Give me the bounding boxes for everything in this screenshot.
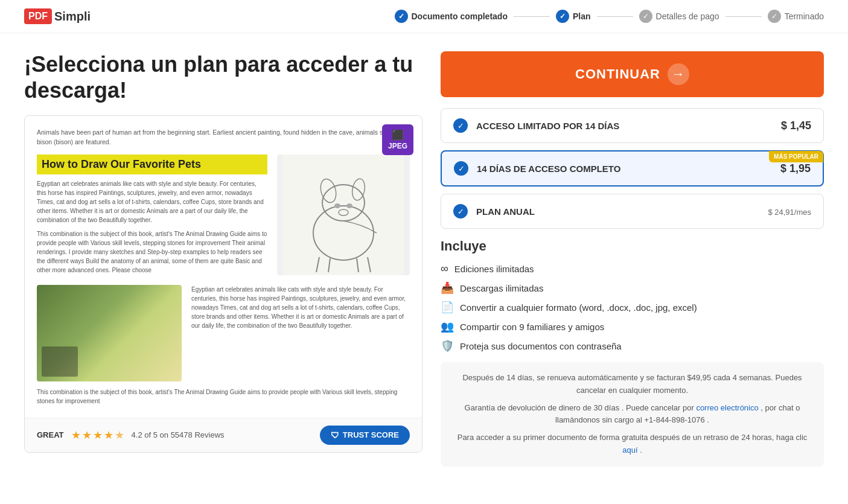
plan-annual-price: $ 24,91/mes	[768, 205, 811, 218]
logo-simpli: Simpli	[54, 10, 91, 24]
feature-5-text: Proteja sus documentos con contraseña	[460, 341, 622, 351]
doc-body-text-3: Egyptian art celebrates animals like cat…	[191, 285, 410, 381]
logo: PDF Simpli	[24, 8, 91, 24]
step-check-icon-2: ✓	[556, 10, 569, 23]
footer-guarantee-text: Garantía de devolución de dinero de 30 d…	[465, 403, 694, 412]
trust-score-label: TRUST SCORE	[343, 430, 399, 439]
review-count: 55478	[171, 430, 193, 439]
step-label-2: Plan	[573, 11, 591, 21]
rating-value: 4.2	[132, 430, 142, 439]
plan-limited-label: ACCESO LIMITADO POR 14 DÍAS	[476, 121, 619, 131]
header: PDF Simpli ✓ Documento completado ✓ Plan…	[0, 0, 848, 33]
plan-limited-left: ACCESO LIMITADO POR 14 DÍAS	[453, 118, 619, 133]
main-content: ¡Selecciona un plan para acceder a tu de…	[0, 33, 848, 485]
feature-2-text: Descargas ilimitadas	[460, 283, 543, 293]
doc-heading: How to Draw Our Favorite Pets	[37, 155, 267, 174]
download-icon: 📥	[441, 281, 454, 295]
feature-3: 📄 Convertir a cualquier formato (word, .…	[441, 301, 824, 314]
footer-note: Después de 14 días, se renueva automátic…	[441, 362, 824, 467]
step-label-3: Detalles de pago	[656, 11, 719, 21]
step-divider-3	[725, 16, 762, 17]
continue-button[interactable]: CONTINUAR →	[441, 51, 824, 97]
plan-complete-label: 14 DÍAS DE ACCESO COMPLETO	[477, 164, 620, 174]
plan-complete[interactable]: 14 DÍAS DE ACCESO COMPLETO $ 1,95 MÁS PO…	[441, 150, 824, 187]
lock-icon: 🛡️	[441, 339, 454, 352]
doc-photo	[37, 285, 182, 381]
rating-max: 5	[153, 430, 158, 439]
step-check-icon-1: ✓	[395, 10, 408, 23]
star-3: ★	[93, 429, 103, 442]
jpeg-badge: ⬛ JPEG	[382, 124, 413, 155]
plan-complete-left: 14 DÍAS DE ACCESO COMPLETO	[454, 161, 620, 176]
infinity-icon: ∞	[441, 263, 448, 275]
step-plan: ✓ Plan	[556, 10, 591, 23]
feature-4: 👥 Compartir con 9 familiares y amigos	[441, 320, 824, 333]
plan-annual-check	[453, 204, 468, 219]
plan-annual-left: PLAN ANUAL	[453, 204, 535, 219]
step-gray-icon-4: ✓	[768, 10, 781, 23]
plan-annual-price-suffix: /mes	[794, 208, 811, 217]
review-text: 4.2 of 5 on 55478 Reviews	[132, 430, 225, 439]
logo-pdf: PDF	[24, 8, 52, 24]
feature-5: 🛡️ Proteja sus documentos con contraseña	[441, 339, 824, 352]
doc-body-text-4-wrap: This combination is the subject of this …	[37, 388, 410, 406]
great-label: GREAT	[37, 430, 64, 439]
continue-label: CONTINUAR	[575, 66, 660, 82]
plan-annual[interactable]: PLAN ANUAL $ 24,91/mes	[441, 194, 824, 229]
plan-annual-label: PLAN ANUAL	[476, 206, 535, 217]
continue-arrow-icon: →	[668, 63, 689, 85]
plan-limited[interactable]: ACCESO LIMITADO POR 14 DÍAS $ 1,45	[441, 108, 824, 143]
popular-badge: MÁS POPULAR	[769, 151, 823, 162]
plan-annual-price-value: $ 24,91	[768, 208, 794, 217]
preview-section: ¡Selecciona un plan para acceder a tu de…	[24, 51, 422, 453]
feature-2: 📥 Descargas ilimitadas	[441, 281, 824, 295]
footer-access-text: Para acceder a su primer documento de fo…	[457, 433, 808, 442]
star-rating: ★ ★ ★ ★ ★	[71, 429, 124, 442]
plan-complete-check	[454, 161, 468, 176]
star-2: ★	[82, 429, 92, 442]
svg-rect-0	[283, 155, 404, 275]
plan-limited-price: $ 1,45	[781, 120, 811, 132]
shield-icon: 🛡	[331, 430, 339, 440]
footer-here-link[interactable]: aquí	[622, 445, 637, 455]
plan-complete-price: $ 1,95	[780, 162, 811, 175]
doc-body-text-2: This combination is the subject of this …	[37, 229, 267, 275]
svg-point-6	[346, 203, 352, 208]
reviews-label: Reviews	[194, 430, 224, 439]
step-label-4: Terminado	[785, 11, 824, 21]
preview-card: ⬛ JPEG Animals have been part of human a…	[24, 115, 422, 453]
right-panel: CONTINUAR → ACCESO LIMITADO POR 14 DÍAS …	[441, 51, 824, 467]
jpeg-icon: ⬛	[392, 129, 404, 141]
doc-dog-sketch	[277, 155, 410, 275]
doc-photo-detail	[42, 346, 78, 377]
step-detalles: ✓ Detalles de pago	[639, 10, 719, 23]
feature-4-text: Compartir con 9 familiares y amigos	[460, 322, 604, 332]
step-divider-1	[514, 16, 550, 17]
share-icon: 👥	[441, 320, 454, 333]
footer-line-2: Garantía de devolución de dinero de 30 d…	[453, 402, 812, 427]
step-divider-2	[597, 16, 633, 17]
footer-email-link[interactable]: correo electrónico	[696, 403, 758, 412]
star-4: ★	[104, 429, 113, 442]
star-1: ★	[71, 429, 81, 442]
star-5: ★	[115, 429, 124, 442]
page-title: ¡Selecciona un plan para acceder a tu de…	[24, 51, 422, 103]
doc-body-text-4: This combination is the subject of this …	[37, 388, 410, 406]
step-documento: ✓ Documento completado	[395, 10, 508, 23]
step-terminado: ✓ Terminado	[768, 10, 824, 23]
steps-nav: ✓ Documento completado ✓ Plan ✓ Detalles…	[395, 10, 824, 23]
jpeg-label: JPEG	[388, 142, 407, 150]
doc-text-block: How to Draw Our Favorite Pets Egyptian a…	[37, 155, 267, 275]
feature-3-text: Convertir a cualquier formato (word, .do…	[460, 302, 697, 313]
doc-row-1: How to Draw Our Favorite Pets Egyptian a…	[37, 155, 410, 275]
trust-score-button[interactable]: 🛡 TRUST SCORE	[320, 426, 410, 445]
doc-row-2: Egyptian art celebrates animals like cat…	[37, 285, 410, 381]
doc-intro-text: Animals have been part of human art from…	[37, 128, 410, 147]
includes-title: Incluye	[441, 238, 824, 254]
includes-section: Incluye ∞ Ediciones ilimitadas 📥 Descarg…	[441, 238, 824, 352]
plan-limited-check	[453, 118, 468, 133]
preview-content: Animals have been part of human art from…	[25, 116, 422, 418]
svg-point-5	[334, 203, 340, 208]
convert-icon: 📄	[441, 301, 454, 314]
feature-1-text: Ediciones ilimitadas	[454, 264, 534, 274]
